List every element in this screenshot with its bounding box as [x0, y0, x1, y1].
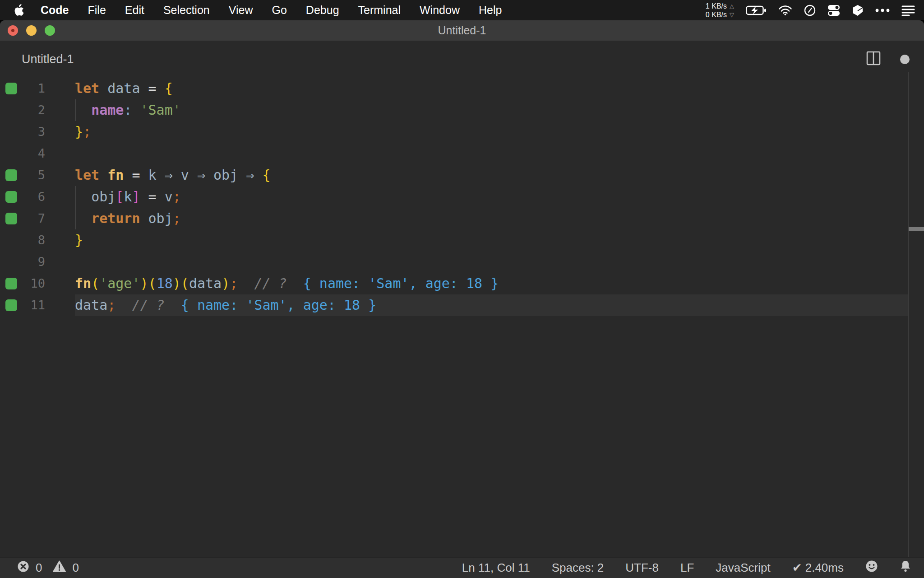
- token: Sam: [148, 102, 173, 118]
- token: {: [165, 80, 173, 96]
- battery-charging-icon[interactable]: [746, 5, 767, 16]
- control-center-icon[interactable]: [827, 5, 840, 16]
- apple-icon[interactable]: [14, 5, 25, 16]
- token: ⇒: [165, 167, 173, 183]
- close-button[interactable]: [8, 25, 18, 36]
- network-down-label: 0 KB/s: [706, 10, 727, 19]
- code-line-8[interactable]: 8}: [0, 229, 924, 251]
- error-count: 0: [36, 561, 42, 575]
- menu-item-go[interactable]: Go: [272, 4, 287, 17]
- token: ;: [107, 297, 116, 313]
- menu-item-edit[interactable]: Edit: [125, 4, 144, 17]
- gutter-spacer: [5, 104, 17, 116]
- quokka-perf[interactable]: ✔ 2.40ms: [792, 561, 844, 575]
- menu-item-view[interactable]: View: [229, 4, 253, 17]
- code-text: return obj;: [75, 208, 181, 229]
- code-line-3[interactable]: 3};: [0, 121, 924, 143]
- encoding-setting[interactable]: UTF-8: [625, 561, 659, 575]
- line-number: 6: [17, 186, 45, 208]
- token: { name: 'Sam', age: 18 }: [303, 275, 499, 291]
- token: [140, 167, 148, 183]
- token: [: [116, 189, 124, 205]
- token: [157, 80, 165, 96]
- code-line-7[interactable]: 7 return obj;: [0, 208, 924, 229]
- token: ;: [230, 275, 238, 291]
- token: [116, 297, 132, 313]
- notifications-bell-icon[interactable]: [900, 560, 911, 576]
- token: [124, 167, 132, 183]
- gutter-spacer: [5, 148, 17, 159]
- window-title: Untitled-1: [0, 24, 924, 37]
- cursor-position[interactable]: Ln 11, Col 11: [462, 561, 530, 575]
- clock-icon[interactable]: [804, 5, 816, 16]
- tab-title[interactable]: Untitled-1: [22, 52, 74, 66]
- menu-item-help[interactable]: Help: [479, 4, 502, 17]
- language-mode[interactable]: JavaScript: [716, 561, 770, 575]
- zoom-button[interactable]: [45, 25, 55, 36]
- ellipsis-icon[interactable]: [875, 9, 890, 12]
- indentation-setting[interactable]: Spaces: 2: [552, 561, 604, 575]
- wifi-icon[interactable]: [778, 5, 792, 16]
- code-text: }: [75, 229, 83, 251]
- quokka-coverage-marker: [5, 299, 17, 311]
- token: [157, 189, 165, 205]
- status-bar: 0 0 Ln 11, Col 11 Spaces: 2 UTF-8 LF Jav…: [0, 557, 924, 578]
- token: [238, 167, 246, 183]
- problems-indicator[interactable]: 0 0: [0, 560, 83, 576]
- token: obj: [213, 167, 238, 183]
- token: ;: [173, 189, 181, 205]
- gutter-spacer: [5, 234, 17, 246]
- network-speed-indicator[interactable]: 1 KB/s△ 0 KB/s▽: [706, 2, 734, 19]
- code-line-10[interactable]: 10fn('age')(18)(data); // ? { name: 'Sam…: [0, 273, 924, 294]
- menu-item-file[interactable]: File: [88, 4, 106, 17]
- menu-item-terminal[interactable]: Terminal: [358, 4, 401, 17]
- editor-header-actions: [866, 51, 924, 68]
- down-arrow-icon: ▽: [730, 10, 734, 19]
- eol-setting[interactable]: LF: [680, 561, 694, 575]
- menu-item-debug[interactable]: Debug: [306, 4, 339, 17]
- token: fn: [107, 167, 124, 183]
- token: }: [75, 232, 83, 248]
- token: // ?: [132, 297, 164, 313]
- unsaved-changes-indicator[interactable]: [900, 55, 910, 64]
- token: return: [91, 210, 140, 226]
- code-line-11[interactable]: 11data; // ? { name: 'Sam', age: 18 }: [0, 294, 924, 316]
- token: [140, 210, 148, 226]
- code-line-6[interactable]: 6 obj[k] = v;: [0, 186, 924, 208]
- code-line-9[interactable]: 9: [0, 251, 924, 273]
- list-icon[interactable]: [901, 5, 915, 16]
- code-line-4[interactable]: 4: [0, 143, 924, 164]
- code-line-5[interactable]: 5let fn = k ⇒ v ⇒ obj ⇒ {: [0, 164, 924, 186]
- window-title-bar[interactable]: Untitled-1: [0, 20, 924, 41]
- token: [189, 167, 197, 183]
- token: name: [91, 102, 124, 118]
- token: ': [99, 275, 107, 291]
- line-number: 1: [17, 78, 45, 99]
- token: ;: [83, 124, 91, 140]
- menu-item-app[interactable]: Code: [41, 4, 69, 17]
- line-number: 5: [17, 164, 45, 186]
- code-text: };: [75, 121, 91, 143]
- minimize-button[interactable]: [26, 25, 37, 36]
- token: [157, 167, 165, 183]
- token: (: [148, 275, 157, 291]
- gutter-spacer: [5, 256, 17, 268]
- menu-bar-left: Code FileEditSelectionViewGoDebugTermina…: [0, 4, 521, 17]
- cube-icon[interactable]: [852, 5, 864, 16]
- token: obj: [91, 189, 116, 205]
- token: age: [107, 275, 132, 291]
- split-editor-icon[interactable]: [866, 51, 881, 68]
- code-line-2[interactable]: 2 name: 'Sam': [0, 99, 924, 121]
- feedback-smiley-icon[interactable]: [865, 560, 878, 576]
- code-line-1[interactable]: 1let data = {: [0, 78, 924, 99]
- token: (: [91, 275, 99, 291]
- menu-item-window[interactable]: Window: [420, 4, 460, 17]
- overview-ruler-border: [908, 72, 909, 557]
- traffic-lights: [8, 20, 55, 41]
- scrollbar-cursor-marker[interactable]: [909, 227, 924, 231]
- line-number: 3: [17, 121, 45, 143]
- token: [165, 297, 181, 313]
- token: =: [148, 189, 157, 205]
- token: ;: [173, 210, 181, 226]
- menu-item-selection[interactable]: Selection: [163, 4, 210, 17]
